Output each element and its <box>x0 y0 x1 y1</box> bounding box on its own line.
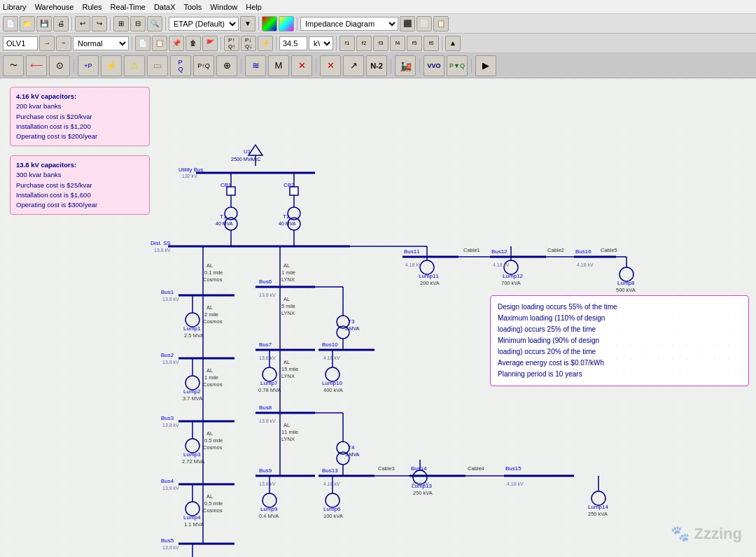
tb-open[interactable]: 📁 <box>20 16 35 31</box>
tb-pq2[interactable]: P↓Q↓ <box>241 36 256 51</box>
svg-text:Lump4: Lump4 <box>183 514 201 521</box>
tool-warning[interactable]: ⚠ <box>124 55 145 76</box>
tool-motor[interactable]: M <box>268 55 289 76</box>
menu-tools[interactable]: Tools <box>184 3 202 11</box>
tool-circle[interactable]: ⊙ <box>49 55 70 76</box>
menu-rules[interactable]: Rules <box>82 3 102 11</box>
tb-arrow[interactable]: → <box>39 36 55 51</box>
tb-zoom[interactable]: 🔍 <box>147 16 162 31</box>
svg-text:40 MVA: 40 MVA <box>216 221 233 226</box>
svg-text:Bus13: Bus13 <box>322 467 338 474</box>
voltage-unit-select[interactable]: kV <box>309 36 333 50</box>
svg-text:1 mile: 1 mile <box>281 269 295 276</box>
tb-del[interactable]: 🗑 <box>186 36 201 51</box>
tb-save[interactable]: 💾 <box>36 16 52 31</box>
svg-text:CB1: CB1 <box>220 182 232 188</box>
tb-colors[interactable] <box>262 16 277 31</box>
svg-text:13.8 kV: 13.8 kV <box>162 423 179 428</box>
svg-text:3.7 MVA: 3.7 MVA <box>183 395 202 402</box>
svg-text:Lump14: Lump14 <box>588 504 608 510</box>
tool-train[interactable]: 🚂 <box>395 55 416 76</box>
tb-redo[interactable]: ↪ <box>92 16 107 31</box>
svg-text:4.18 kV: 4.18 kV <box>507 481 524 486</box>
sep2 <box>110 17 111 31</box>
tb-diag-btn2[interactable]: ⬜ <box>416 16 432 31</box>
tb-flag[interactable]: 🚩 <box>202 36 218 51</box>
tb-new[interactable]: 📄 <box>3 16 18 31</box>
tool-box[interactable]: ▭ <box>147 55 168 76</box>
olv-input[interactable] <box>3 36 38 50</box>
svg-text:700 kVA: 700 kVA <box>501 280 521 286</box>
tb-pq[interactable]: P↑Q↑ <box>224 36 239 51</box>
tb-freq1[interactable]: f1 <box>340 36 355 51</box>
tool-plus-p[interactable]: +P <box>78 55 99 76</box>
tb-diag-btn3[interactable]: 📋 <box>433 16 449 31</box>
svg-text:15 mile: 15 mile <box>281 366 298 372</box>
tb-freq4[interactable]: f4 <box>390 36 405 51</box>
tool-l1[interactable]: ⟵ <box>26 55 47 76</box>
menu-help[interactable]: Help <box>246 3 262 11</box>
svg-text:Utility Bus: Utility Bus <box>178 167 204 173</box>
svg-text:Cable4: Cable4 <box>468 465 484 472</box>
tool-sine[interactable]: 〜 <box>3 55 24 76</box>
tb-grid[interactable]: ⊞ <box>113 16 129 31</box>
toolbar1: 📄 📁 💾 🖨 ↩ ↪ ⊞ ⊟ 🔍 ETAP (Default) ▼ Imped… <box>0 14 756 34</box>
svg-text:1 MVA: 1 MVA <box>345 452 360 457</box>
svg-text:Cosmos: Cosmos <box>203 381 223 388</box>
tb-paste[interactable]: 📌 <box>169 36 184 51</box>
tb-dropdown[interactable]: ▼ <box>240 16 255 31</box>
svg-text:Bus3: Bus3 <box>161 415 174 421</box>
menu-realtime[interactable]: Real-Time <box>111 3 146 11</box>
menu-datax[interactable]: DataX <box>154 3 176 11</box>
tool-vvo[interactable]: VVO <box>424 55 444 76</box>
voltage-input[interactable] <box>279 36 307 50</box>
svg-text:T3: T3 <box>348 318 355 325</box>
tool-pq3[interactable]: P↑Q <box>193 55 214 76</box>
tb-undo[interactable]: ↩ <box>75 16 90 31</box>
tb-copy[interactable]: 📋 <box>152 36 167 51</box>
mode-select[interactable]: Normal <box>73 36 129 50</box>
menu-warehouse[interactable]: Warehouse <box>35 3 74 11</box>
svg-text:T1: T1 <box>220 213 227 220</box>
tool-arrow2[interactable]: ↗ <box>343 55 364 76</box>
svg-text:Cosmos: Cosmos <box>203 276 223 283</box>
tb-freq6[interactable]: f6 <box>424 36 439 51</box>
tool-trans[interactable]: ≋ <box>245 55 266 76</box>
diagram-type-select[interactable]: Impedance Diagram <box>300 17 398 31</box>
tool-lightning2[interactable]: ⚡ <box>101 55 122 76</box>
svg-text:CB2: CB2 <box>284 182 295 188</box>
svg-text:1.1 MVA: 1.1 MVA <box>184 521 204 528</box>
menu-library[interactable]: Library <box>3 3 27 11</box>
tb-freq2[interactable]: f2 <box>356 36 372 51</box>
tb-freq5[interactable]: f5 <box>407 36 422 51</box>
tb-up-arrow[interactable]: ▲ <box>445 36 461 51</box>
svg-text:Bus2: Bus2 <box>161 352 174 358</box>
tool-more[interactable]: ▶ <box>475 55 496 76</box>
tool-cap[interactable]: PQ <box>170 55 191 76</box>
tb-palette[interactable] <box>279 16 294 31</box>
menu-window[interactable]: Window <box>210 3 237 11</box>
svg-text:T2: T2 <box>283 213 290 220</box>
tb-minus[interactable]: − <box>56 36 71 51</box>
tb-lightning[interactable]: ⚡ <box>258 36 273 51</box>
svg-text:Dist. SS: Dist. SS <box>150 240 171 246</box>
tool-pv[interactable]: P▼Q <box>447 55 468 76</box>
tool-transform[interactable]: ⊕ <box>216 55 237 76</box>
tool-x2[interactable]: ✕ <box>320 55 341 76</box>
svg-text:Bus11: Bus11 <box>404 248 420 255</box>
tool-n2[interactable]: N-2 <box>366 55 387 76</box>
tb-freq3[interactable]: f3 <box>373 36 388 51</box>
tb-print[interactable]: 🖨 <box>53 16 69 31</box>
tool-xmark[interactable]: ✕ <box>291 55 312 76</box>
etap-project-select[interactable]: ETAP (Default) <box>169 17 239 31</box>
tb-diag-btn1[interactable]: ⬛ <box>400 16 415 31</box>
svg-text:100 kVA: 100 kVA <box>323 513 343 519</box>
tb-doc[interactable]: 📄 <box>135 36 150 51</box>
svg-text:4.18 kV: 4.18 kV <box>405 262 422 267</box>
tb-snap[interactable]: ⊟ <box>130 16 146 31</box>
menubar: Library Warehouse Rules Real-Time DataX … <box>0 0 756 14</box>
svg-text:Bus4: Bus4 <box>161 478 174 484</box>
sep3 <box>165 17 166 31</box>
svg-text:Bus8: Bus8 <box>259 404 272 411</box>
svg-text:LYNX: LYNX <box>281 373 295 379</box>
